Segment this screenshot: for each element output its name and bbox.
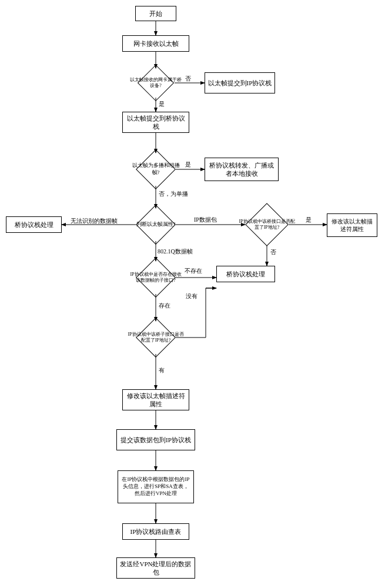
node-label: 在IP协议栈中根据数据包的IP头信息，进行SP和SA查表，然后进行VPN处理 [120,476,191,497]
node-label: IP协议栈路由查表 [130,527,182,536]
node-bcast: 桥协议栈转发、广播或者本地接收 [205,158,279,181]
node-bproc-left: 桥协议栈处理 [6,216,62,233]
node-label: 开始 [149,9,162,18]
edge-exist: 存在 [159,302,170,309]
node-start: 开始 [135,6,176,21]
node-label: 网卡接收以太帧 [133,39,179,48]
node-d5 [136,258,176,298]
node-bproc-mid: 桥协议栈处理 [216,266,275,282]
edge-unrec: 无法识别的数据帧 [71,218,118,225]
node-route: IP协议栈路由查表 [122,523,189,540]
node-mod-right: 修改该以太帧描述符属性 [327,213,377,237]
edge-no1: 否 [185,75,191,82]
flowchart-canvas: 开始 网卡接收以太帧 以太帧提交到IP协议栈 以太帧提交到桥协议栈 桥协议栈转发… [6,6,379,582]
node-tobridge: 以太帧提交到桥协议栈 [122,112,189,133]
node-label: 桥协议栈处理 [226,270,265,278]
edge-q8021: 802.1Q数据帧 [158,248,193,255]
node-d3 [136,205,176,245]
edge-yes1: 是 [159,101,165,108]
node-d6 [136,318,176,358]
edge-no4: 否 [270,249,276,256]
node-submitip: 提交该数据包到IP协议栈 [116,429,195,450]
node-d2 [136,149,176,189]
node-recv: 网卡接收以太帧 [122,35,189,52]
node-label: 提交该数据包到IP协议栈 [120,436,191,444]
node-d4 [245,203,289,246]
edge-no6: 没有 [186,293,197,300]
node-label: 发送经VPN处理后的数据包 [119,560,192,577]
node-label: 修改该以太帧描述符属性 [330,218,374,233]
node-toip: 以太帧提交到IP协议栈 [205,72,275,93]
edge-yes4: 是 [306,216,312,223]
node-send: 发送经VPN处理后的数据包 [116,557,195,579]
node-d1 [138,65,174,101]
node-vpn: 在IP协议栈中根据数据包的IP头信息，进行SP和SA查表，然后进行VPN处理 [118,470,194,503]
edge-no2: 否，为单播 [159,191,188,198]
node-label: 修改该以太帧描述符属性 [125,392,186,409]
node-mod-left: 修改该以太帧描述符属性 [122,389,189,410]
edge-nexist: 不存在 [185,268,202,275]
edge-yes6: 有 [159,367,165,374]
node-label: 桥协议栈处理 [15,220,53,229]
edge-ipd: IP数据包 [194,216,217,223]
node-label: 以太帧提交到IP协议栈 [208,79,272,87]
edge-yes2: 是 [185,161,191,168]
node-label: 以太帧提交到桥协议栈 [125,114,186,131]
node-label: 桥协议栈转发、广播或者本地接收 [207,161,276,178]
